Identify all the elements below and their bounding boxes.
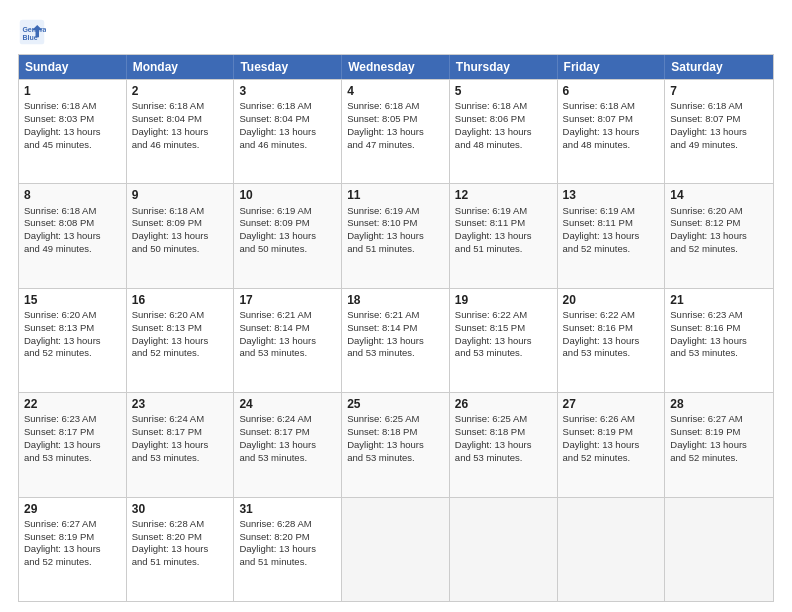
day-number: 6	[563, 83, 660, 99]
day-number: 12	[455, 187, 552, 203]
day-info-line: Sunrise: 6:24 AM	[132, 413, 229, 426]
day-info-line: Sunrise: 6:18 AM	[347, 100, 444, 113]
day-number: 11	[347, 187, 444, 203]
day-info-line: Daylight: 13 hours	[455, 230, 552, 243]
day-info-line: and 51 minutes.	[132, 556, 229, 569]
calendar-cell: 3Sunrise: 6:18 AMSunset: 8:04 PMDaylight…	[234, 80, 342, 183]
calendar-cell: 28Sunrise: 6:27 AMSunset: 8:19 PMDayligh…	[665, 393, 773, 496]
day-number: 3	[239, 83, 336, 99]
day-info-line: Daylight: 13 hours	[670, 230, 768, 243]
calendar-header: SundayMondayTuesdayWednesdayThursdayFrid…	[19, 55, 773, 79]
day-info-line: and 52 minutes.	[132, 347, 229, 360]
day-info-line: Sunset: 8:16 PM	[563, 322, 660, 335]
day-info-line: Daylight: 13 hours	[24, 439, 121, 452]
day-info-line: Sunset: 8:20 PM	[132, 531, 229, 544]
calendar-cell: 1Sunrise: 6:18 AMSunset: 8:03 PMDaylight…	[19, 80, 127, 183]
calendar-cell: 21Sunrise: 6:23 AMSunset: 8:16 PMDayligh…	[665, 289, 773, 392]
calendar-cell: 11Sunrise: 6:19 AMSunset: 8:10 PMDayligh…	[342, 184, 450, 287]
day-info-line: Sunrise: 6:18 AM	[239, 100, 336, 113]
day-info-line: Daylight: 13 hours	[24, 543, 121, 556]
day-number: 4	[347, 83, 444, 99]
day-info-line: Sunset: 8:08 PM	[24, 217, 121, 230]
calendar-cell: 29Sunrise: 6:27 AMSunset: 8:19 PMDayligh…	[19, 498, 127, 601]
day-info-line: Daylight: 13 hours	[239, 230, 336, 243]
calendar-header-cell: Monday	[127, 55, 235, 79]
day-info-line: and 51 minutes.	[347, 243, 444, 256]
day-info-line: Sunrise: 6:18 AM	[132, 205, 229, 218]
day-info-line: and 47 minutes.	[347, 139, 444, 152]
calendar-header-cell: Friday	[558, 55, 666, 79]
calendar-cell: 9Sunrise: 6:18 AMSunset: 8:09 PMDaylight…	[127, 184, 235, 287]
day-info-line: Daylight: 13 hours	[24, 230, 121, 243]
day-info-line: Sunrise: 6:28 AM	[239, 518, 336, 531]
day-info-line: and 49 minutes.	[670, 139, 768, 152]
logo: General Blue	[18, 18, 48, 46]
calendar-header-cell: Sunday	[19, 55, 127, 79]
day-info-line: Daylight: 13 hours	[132, 543, 229, 556]
calendar-cell: 13Sunrise: 6:19 AMSunset: 8:11 PMDayligh…	[558, 184, 666, 287]
day-number: 14	[670, 187, 768, 203]
day-info-line: Sunrise: 6:19 AM	[239, 205, 336, 218]
day-number: 7	[670, 83, 768, 99]
day-info-line: Daylight: 13 hours	[239, 543, 336, 556]
day-info-line: Sunset: 8:04 PM	[132, 113, 229, 126]
calendar-cell	[558, 498, 666, 601]
svg-text:Blue: Blue	[22, 34, 37, 41]
logo-icon: General Blue	[18, 18, 46, 46]
day-info-line: Sunset: 8:09 PM	[239, 217, 336, 230]
day-info-line: and 52 minutes.	[24, 556, 121, 569]
day-info-line: Sunrise: 6:22 AM	[455, 309, 552, 322]
calendar-cell: 14Sunrise: 6:20 AMSunset: 8:12 PMDayligh…	[665, 184, 773, 287]
day-info-line: Sunrise: 6:18 AM	[670, 100, 768, 113]
calendar-cell: 16Sunrise: 6:20 AMSunset: 8:13 PMDayligh…	[127, 289, 235, 392]
day-info-line: Daylight: 13 hours	[455, 335, 552, 348]
day-info-line: and 50 minutes.	[239, 243, 336, 256]
calendar-cell: 17Sunrise: 6:21 AMSunset: 8:14 PMDayligh…	[234, 289, 342, 392]
day-number: 17	[239, 292, 336, 308]
calendar-cell: 31Sunrise: 6:28 AMSunset: 8:20 PMDayligh…	[234, 498, 342, 601]
day-info-line: Daylight: 13 hours	[24, 126, 121, 139]
day-number: 10	[239, 187, 336, 203]
day-info-line: and 52 minutes.	[563, 243, 660, 256]
day-info-line: Sunset: 8:19 PM	[563, 426, 660, 439]
day-number: 25	[347, 396, 444, 412]
day-number: 24	[239, 396, 336, 412]
day-info-line: Daylight: 13 hours	[132, 126, 229, 139]
day-info-line: and 45 minutes.	[24, 139, 121, 152]
day-info-line: and 51 minutes.	[239, 556, 336, 569]
day-info-line: Daylight: 13 hours	[563, 335, 660, 348]
day-info-line: Sunrise: 6:19 AM	[563, 205, 660, 218]
calendar-cell: 24Sunrise: 6:24 AMSunset: 8:17 PMDayligh…	[234, 393, 342, 496]
calendar-header-cell: Tuesday	[234, 55, 342, 79]
day-info-line: Daylight: 13 hours	[455, 126, 552, 139]
calendar-header-cell: Saturday	[665, 55, 773, 79]
day-number: 20	[563, 292, 660, 308]
calendar-cell: 18Sunrise: 6:21 AMSunset: 8:14 PMDayligh…	[342, 289, 450, 392]
day-info-line: Sunrise: 6:20 AM	[132, 309, 229, 322]
day-info-line: Daylight: 13 hours	[670, 439, 768, 452]
calendar-cell	[342, 498, 450, 601]
page: General Blue SundayMondayTuesdayWednesda…	[0, 0, 792, 612]
day-info-line: Daylight: 13 hours	[132, 439, 229, 452]
day-number: 5	[455, 83, 552, 99]
calendar-row: 29Sunrise: 6:27 AMSunset: 8:19 PMDayligh…	[19, 497, 773, 601]
day-info-line: Sunrise: 6:20 AM	[24, 309, 121, 322]
calendar-cell: 7Sunrise: 6:18 AMSunset: 8:07 PMDaylight…	[665, 80, 773, 183]
day-info-line: Daylight: 13 hours	[24, 335, 121, 348]
calendar-cell: 15Sunrise: 6:20 AMSunset: 8:13 PMDayligh…	[19, 289, 127, 392]
day-info-line: Daylight: 13 hours	[132, 230, 229, 243]
calendar-cell	[665, 498, 773, 601]
day-info-line: and 51 minutes.	[455, 243, 552, 256]
day-info-line: Sunrise: 6:25 AM	[455, 413, 552, 426]
day-info-line: Sunset: 8:12 PM	[670, 217, 768, 230]
day-info-line: Sunrise: 6:18 AM	[24, 205, 121, 218]
day-info-line: Sunset: 8:19 PM	[670, 426, 768, 439]
day-info-line: Sunrise: 6:18 AM	[455, 100, 552, 113]
calendar-cell: 26Sunrise: 6:25 AMSunset: 8:18 PMDayligh…	[450, 393, 558, 496]
day-info-line: Sunset: 8:17 PM	[239, 426, 336, 439]
day-info-line: Sunrise: 6:27 AM	[670, 413, 768, 426]
day-number: 29	[24, 501, 121, 517]
day-info-line: Sunset: 8:18 PM	[455, 426, 552, 439]
day-number: 21	[670, 292, 768, 308]
day-info-line: Sunrise: 6:20 AM	[670, 205, 768, 218]
